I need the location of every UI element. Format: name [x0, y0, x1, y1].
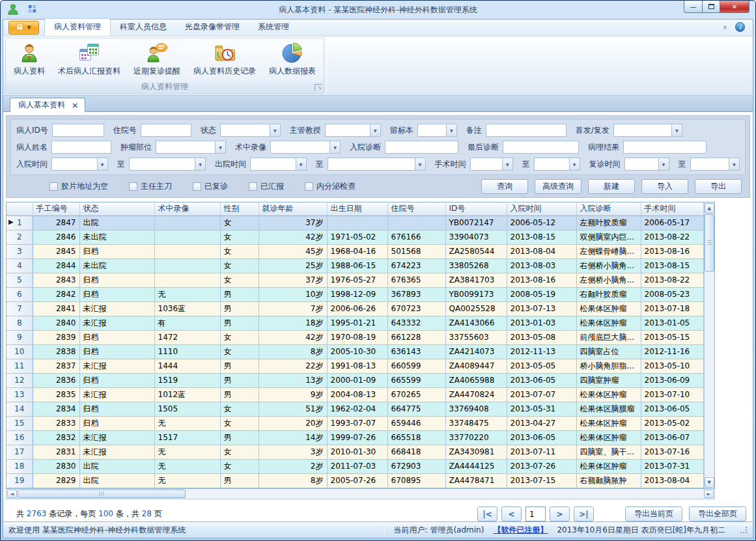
- filter-combo-revisit-date-to[interactable]: ▼: [690, 158, 740, 171]
- checkbox-box-icon[interactable]: [305, 182, 313, 191]
- column-header-id-no[interactable]: ID号: [445, 202, 507, 215]
- maximize-button[interactable]: [703, 1, 720, 13]
- ribbon-tab-disc-video-mgmt[interactable]: 光盘录像带管理: [176, 19, 249, 36]
- ribbon-action-patient-history[interactable]: 病人资料历史记录: [187, 39, 262, 81]
- filter-input-remark[interactable]: [486, 124, 567, 137]
- table-row[interactable]: 162832未汇报1517男14岁1999-07-266655183377022…: [7, 430, 703, 445]
- export-button[interactable]: 导出: [695, 179, 742, 194]
- filter-combo-surgery-date-to[interactable]: ▼: [534, 158, 580, 171]
- new-button[interactable]: 新建: [588, 179, 635, 194]
- ribbon-action-patient-data[interactable]: 病人资料: [7, 39, 51, 81]
- column-header-admit-date[interactable]: 入院时间: [507, 202, 576, 215]
- table-row[interactable]: 192829出院无男8岁2005-07-26670895ZA4478471201…: [7, 473, 703, 488]
- query-button[interactable]: 查询: [481, 179, 528, 194]
- dialog-launcher-icon[interactable]: ↘: [315, 84, 322, 91]
- table-row[interactable]: 72841未汇报1036蓝男7岁2006-06-26670723QA002552…: [7, 301, 703, 316]
- next-page-button[interactable]: >: [550, 506, 570, 521]
- table-row[interactable]: ▶12847出院女37岁YB00721472006-05-12左额叶胶质瘤200…: [7, 215, 703, 230]
- vertical-scrollbar[interactable]: ▲ ▼: [704, 202, 715, 488]
- scroll-left-icon[interactable]: ◄: [7, 490, 17, 498]
- info-icon[interactable]: i: [735, 22, 745, 32]
- filter-combo-discharge-date-to[interactable]: ▼: [328, 158, 426, 171]
- collapse-ribbon-icon[interactable]: ∧: [723, 23, 727, 31]
- ribbon-tab-dept-staff-info[interactable]: 科室人员信息: [111, 19, 176, 36]
- table-row[interactable]: 182830出院无女2岁2011-07-03672903ZA4444125201…: [7, 459, 703, 473]
- filter-combo-revisit-date-from[interactable]: ▼: [624, 158, 669, 171]
- filter-combo-first-or-relapse[interactable]: ▼: [613, 124, 682, 137]
- app-menu-button[interactable]: ▼: [8, 21, 39, 35]
- filter-input-final-diagnosis[interactable]: [503, 141, 579, 154]
- chevron-down-icon[interactable]: ▼: [671, 124, 682, 136]
- column-header-surgery-date[interactable]: 手术时间: [641, 202, 703, 215]
- column-header-birth-date[interactable]: 出生日期: [327, 202, 387, 215]
- chevron-down-icon[interactable]: ▼: [195, 158, 205, 170]
- checkbox-endocrine-exam[interactable]: 内分泌检查: [305, 181, 356, 192]
- chevron-down-icon[interactable]: ▼: [502, 158, 512, 170]
- filter-combo-status[interactable]: ▼: [220, 124, 281, 137]
- quick-access-layout-icon[interactable]: [27, 4, 37, 16]
- scroll-right-icon[interactable]: ►: [704, 490, 714, 498]
- chevron-down-icon[interactable]: ▼: [270, 124, 280, 136]
- column-header-status[interactable]: 状态: [79, 202, 154, 215]
- chevron-down-icon[interactable]: ▼: [97, 158, 107, 170]
- scroll-up-icon[interactable]: ▲: [705, 203, 714, 214]
- column-header-surgery-video[interactable]: 术中录像: [154, 202, 220, 215]
- chevron-down-icon[interactable]: ▼: [569, 158, 580, 170]
- export-current-page-button[interactable]: 导出当前页: [625, 506, 682, 521]
- tab-patient-basic-info[interactable]: 病人基本资料 ×: [10, 98, 85, 112]
- chevron-down-icon[interactable]: ▼: [370, 124, 380, 136]
- filter-input-pathology-result[interactable]: [623, 141, 707, 154]
- ribbon-tab-system-mgmt[interactable]: 系统管理: [249, 19, 298, 36]
- checkbox-reported[interactable]: 已汇报: [249, 181, 284, 192]
- page-number-input[interactable]: 1: [525, 506, 546, 521]
- filter-combo-surgery-date-from[interactable]: ▼: [470, 158, 513, 171]
- filter-combo-surgery-video[interactable]: ▼: [270, 141, 341, 154]
- checkbox-director-surgeon[interactable]: 主任主刀: [129, 181, 172, 192]
- horizontal-scrollbar[interactable]: ◄ ►: [6, 489, 715, 499]
- scroll-down-icon[interactable]: ▼: [705, 477, 714, 488]
- column-header-admission-diagnosis[interactable]: 入院诊断: [576, 202, 641, 215]
- checkbox-revisited[interactable]: 已复诊: [193, 181, 228, 192]
- table-row[interactable]: 102838归档1110女8岁2005-10-30636143ZA4214073…: [7, 344, 703, 359]
- column-header-manual-no[interactable]: 手工编号: [33, 202, 79, 215]
- chevron-down-icon[interactable]: ▼: [415, 158, 425, 170]
- checkbox-box-icon[interactable]: [49, 182, 58, 191]
- chevron-down-icon[interactable]: ▼: [296, 158, 306, 170]
- prev-page-button[interactable]: <: [501, 506, 522, 521]
- export-all-pages-button[interactable]: 导出全部页: [689, 506, 746, 521]
- close-button[interactable]: ✕: [720, 1, 749, 13]
- table-row[interactable]: 52843归档女37岁1976-05-27676365ZA38417032013…: [7, 273, 703, 287]
- filter-combo-specimen[interactable]: ▼: [417, 124, 457, 137]
- chevron-down-icon[interactable]: ▼: [215, 141, 225, 153]
- table-row[interactable]: 32845归档女45岁1968-04-16501568ZA25805442013…: [7, 244, 703, 258]
- table-row[interactable]: 112837未汇报1444男22岁1991-08-13660599ZA40894…: [7, 359, 703, 373]
- filter-combo-tumor-site[interactable]: ▼: [156, 141, 226, 154]
- advanced-query-button[interactable]: 高级查询: [535, 179, 581, 194]
- checkbox-film-address-empty[interactable]: 胶片地址为空: [49, 181, 108, 192]
- last-page-button[interactable]: >|: [574, 506, 594, 521]
- table-row[interactable]: 132835未汇报1012蓝男9岁2004-08-13670265ZA44708…: [7, 387, 703, 402]
- table-row[interactable]: 172831未汇报无女3岁2010-01-30668418ZA343098120…: [7, 445, 703, 459]
- filter-input-patient-name[interactable]: [51, 141, 111, 154]
- vertical-scroll-thumb[interactable]: [705, 214, 714, 271]
- registered-link[interactable]: 【软件已注册】: [493, 525, 548, 536]
- checkbox-box-icon[interactable]: [193, 182, 201, 191]
- filter-combo-admit-date-from[interactable]: ▼: [51, 158, 108, 171]
- filter-combo-chief-professor[interactable]: ▼: [325, 124, 381, 137]
- table-row[interactable]: 82840未汇报有男18岁1995-01-21643332ZA414306620…: [7, 316, 703, 330]
- first-page-button[interactable]: |<: [477, 506, 497, 521]
- chevron-down-icon[interactable]: ▼: [729, 158, 739, 170]
- table-row[interactable]: 142834归档1505女51岁1962-02-0466477533769408…: [7, 402, 703, 416]
- ribbon-action-revisit-reminder[interactable]: 近期复诊提醒: [127, 39, 187, 81]
- filter-input-patient-id[interactable]: [52, 124, 104, 137]
- checkbox-box-icon[interactable]: [249, 182, 257, 191]
- table-row[interactable]: 22846未出院女42岁1971-05-02676166339040732013…: [7, 230, 703, 244]
- ribbon-action-patient-report[interactable]: 病人数据报表: [262, 39, 322, 81]
- close-tab-icon[interactable]: ×: [72, 101, 78, 110]
- table-row[interactable]: 42844未出院女25岁1988-06-15674223338052682013…: [7, 258, 703, 273]
- table-row[interactable]: 92839归档1472女42岁1970-08-19661228337556032…: [7, 330, 703, 344]
- table-row[interactable]: 152833归档无女20岁1993-07-0765944633748475201…: [7, 416, 703, 430]
- table-row[interactable]: 122836归档1519男13岁2000-01-09665599ZA406598…: [7, 373, 703, 387]
- ribbon-action-postop-report[interactable]: 术后病人汇报资料: [51, 39, 127, 81]
- filter-input-admission-diagnosis[interactable]: [385, 141, 458, 154]
